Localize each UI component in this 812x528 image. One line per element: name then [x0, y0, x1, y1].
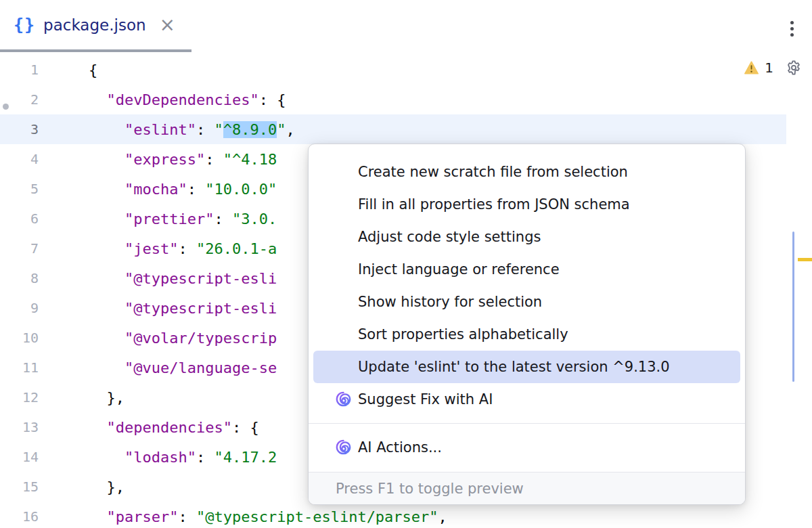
menu-item-show-history-for-selection[interactable]: Show history for selection — [313, 286, 740, 318]
menu-item-label: Inject language or reference — [358, 261, 560, 278]
menu-item-sort-properties-alphabetically[interactable]: Sort properties alphabetically — [313, 318, 740, 351]
line-number: 12 — [0, 389, 39, 405]
tab-label: package.json — [43, 16, 145, 34]
code-text: "@vue/language-se — [39, 359, 277, 376]
menu-item-adjust-code-style-settings[interactable]: Adjust code style settings — [313, 221, 740, 253]
code-line[interactable]: 2 "devDependencies": { — [0, 85, 786, 114]
menu-item-label: Adjust code style settings — [358, 229, 541, 245]
line-number: 6 — [0, 211, 39, 227]
menu-item-label: Fill in all properties from JSON schema — [358, 196, 630, 213]
code-line[interactable]: 16 "parser": "@typescript-eslint/parser"… — [0, 502, 786, 528]
editor-tab-bar: {} package.json × — [0, 0, 812, 52]
ai-icon — [335, 439, 352, 456]
context-menu: Create new scratch file from selectionFi… — [308, 144, 746, 505]
line-number: 7 — [0, 240, 39, 257]
menu-item-ai-actions[interactable]: AI Actions... — [313, 431, 740, 464]
line-number: 1 — [0, 62, 39, 78]
menu-item-label: Suggest Fix with AI — [358, 391, 493, 408]
menu-item-inject-language-or-reference[interactable]: Inject language or reference — [313, 253, 740, 286]
context-menu-items: Create new scratch file from selectionFi… — [309, 156, 745, 464]
line-number: 11 — [0, 359, 39, 376]
code-text: "lodash": "4.17.2 — [39, 449, 277, 466]
line-number: 16 — [0, 508, 39, 525]
tab-close-icon[interactable]: × — [157, 16, 178, 35]
code-text: "@typescript-esli — [39, 300, 277, 317]
code-text: "prettier": "3.0. — [39, 211, 277, 227]
code-text: }, — [39, 479, 125, 496]
warning-icon — [744, 61, 759, 74]
code-text: }, — [39, 389, 125, 406]
json-file-icon: {} — [14, 15, 35, 35]
code-line[interactable]: 3 "eslint": "^8.9.0", — [0, 114, 786, 144]
line-number: 9 — [0, 300, 39, 316]
active-tab-underline — [0, 49, 191, 52]
scrollbar-change-marker[interactable] — [792, 232, 794, 382]
code-text: { — [39, 62, 97, 79]
menu-item-fill-in-all-properties-from-json-schema[interactable]: Fill in all properties from JSON schema — [313, 188, 740, 221]
menu-footer-hint: Press F1 to toggle preview — [309, 472, 745, 504]
menu-item-suggest-fix-with-ai[interactable]: Suggest Fix with AI — [313, 383, 740, 416]
line-number: 14 — [0, 449, 39, 465]
line-number: 13 — [0, 419, 39, 435]
more-options-icon[interactable] — [787, 18, 797, 40]
code-text: "jest": "26.0.1-a — [39, 240, 277, 257]
code-line[interactable]: 1{ — [0, 55, 786, 85]
warning-count: 1 — [765, 60, 773, 76]
inspections-widget[interactable]: 1 — [744, 60, 801, 76]
menu-item-label: Create new scratch file from selection — [358, 164, 628, 180]
line-number: 5 — [0, 181, 39, 197]
scrollbar-warning-marker[interactable] — [798, 258, 812, 261]
menu-item-label: Update 'eslint' to the latest version ^9… — [358, 359, 670, 375]
line-number: 4 — [0, 151, 39, 167]
code-text: "eslint": "^8.9.0", — [39, 121, 295, 138]
menu-item-label: Show history for selection — [358, 294, 542, 310]
gear-icon[interactable] — [786, 60, 801, 75]
menu-item-label: AI Actions... — [358, 439, 442, 456]
menu-item-create-new-scratch-file-from-selection[interactable]: Create new scratch file from selection — [313, 156, 740, 188]
line-number: 15 — [0, 479, 39, 495]
tab-package-json[interactable]: {} package.json × — [0, 0, 178, 49]
code-text: "@volar/typescrip — [39, 330, 277, 347]
gutter-marker-dot — [3, 104, 9, 110]
menu-separator — [309, 423, 745, 424]
code-text: "@typescript-esli — [39, 270, 277, 287]
line-number: 8 — [0, 270, 39, 286]
ai-icon — [335, 391, 352, 408]
code-text: "devDependencies": { — [39, 91, 286, 108]
line-number: 10 — [0, 330, 39, 346]
menu-item-update-eslint-to-the-latest-version-9-13[interactable]: Update 'eslint' to the latest version ^9… — [313, 351, 740, 383]
code-text: "mocha": "10.0.0" — [39, 181, 277, 198]
menu-item-label: Sort properties alphabetically — [358, 326, 568, 343]
code-text: "parser": "@typescript-eslint/parser", — [39, 508, 447, 525]
code-text: "dependencies": { — [39, 419, 259, 436]
line-number: 3 — [0, 121, 39, 137]
code-text: "express": "^4.18 — [39, 151, 277, 168]
